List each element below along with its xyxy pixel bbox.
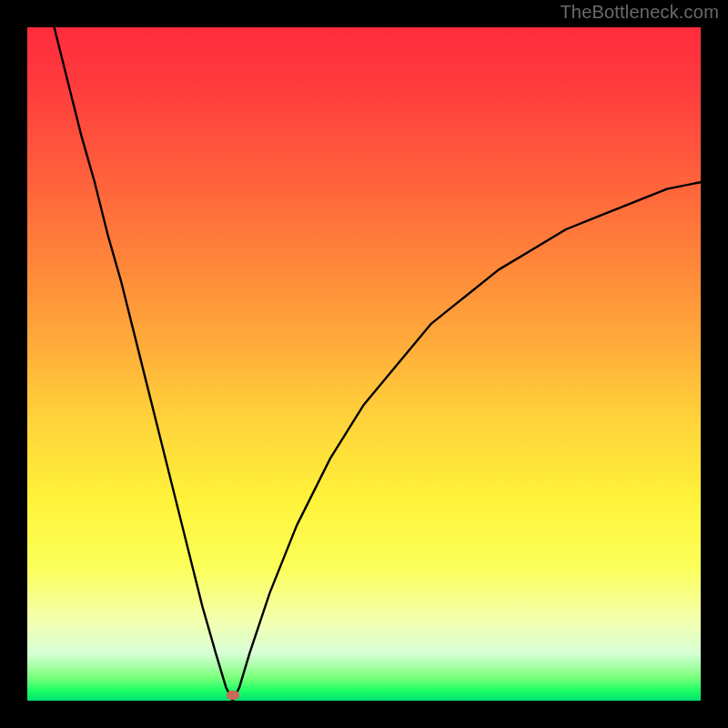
curve-path: [55, 27, 701, 701]
optimal-point-marker: [227, 691, 239, 700]
chart-frame: TheBottleneck.com: [0, 0, 728, 728]
plot-area: [27, 27, 701, 701]
bottleneck-curve: [27, 27, 701, 701]
watermark-text: TheBottleneck.com: [560, 2, 719, 23]
